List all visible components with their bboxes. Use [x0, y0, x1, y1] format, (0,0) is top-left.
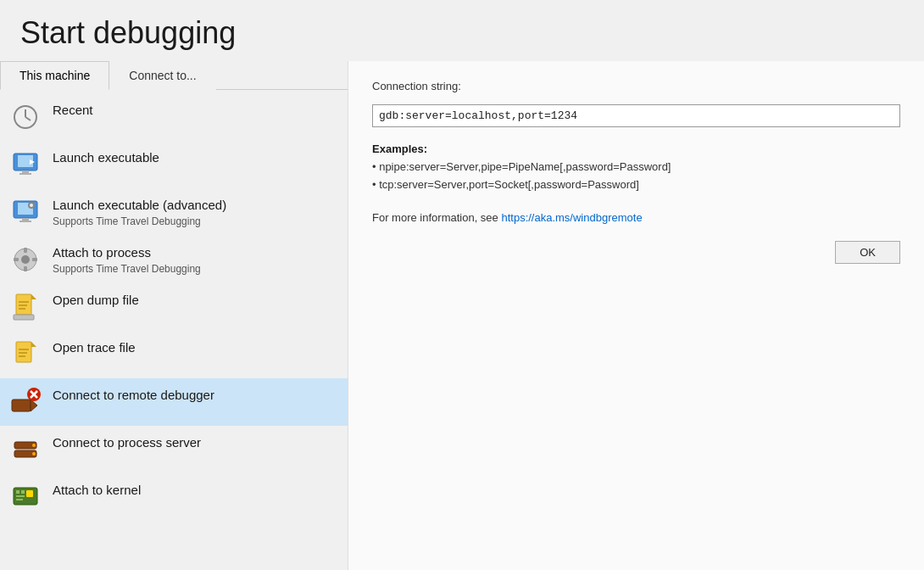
tab-bar: This machine Connect to...	[0, 61, 348, 90]
tab-this-machine[interactable]: This machine	[0, 61, 109, 90]
kernel-icon	[10, 482, 41, 512]
svg-point-13	[30, 204, 33, 207]
more-info: For more information, see https://aka.ms…	[372, 211, 900, 224]
svg-rect-24	[19, 308, 25, 310]
connection-string-label: Connection string:	[372, 80, 900, 92]
svg-point-39	[32, 452, 36, 455]
menu-item-recent[interactable]: Recent	[0, 93, 348, 141]
svg-rect-31	[12, 400, 31, 411]
monitor-gear-icon	[10, 197, 41, 227]
menu-text-launch-exe: Launch executable	[53, 149, 159, 166]
svg-rect-29	[19, 352, 27, 354]
menu-item-connect-process-server[interactable]: Connect to process server	[0, 426, 348, 473]
svg-rect-43	[26, 490, 33, 497]
remote-debugger-icon	[10, 387, 41, 417]
examples-block: Examples: • npipe:server=Server,pipe=Pip…	[372, 142, 900, 194]
svg-rect-42	[21, 490, 25, 494]
menu-label-attach-kernel: Attach to kernel	[53, 482, 141, 499]
svg-rect-18	[14, 258, 19, 261]
connection-string-input[interactable]	[372, 104, 900, 127]
dump-file-icon	[10, 292, 41, 322]
menu-text-attach-kernel: Attach to kernel	[53, 482, 141, 499]
svg-rect-44	[16, 495, 25, 497]
menu-item-attach-kernel[interactable]: Attach to kernel	[0, 473, 348, 521]
menu-label-recent: Recent	[53, 102, 93, 119]
example-line-1: • npipe:server=Server,pipe=PipeName[,pas…	[372, 159, 900, 176]
menu-sublabel-attach-process: Supports Time Travel Debugging	[53, 263, 201, 275]
svg-rect-19	[32, 258, 37, 261]
menu-item-attach-process[interactable]: Attach to process Supports Time Travel D…	[0, 236, 348, 283]
svg-rect-16	[24, 248, 27, 253]
right-panel: Connection string: Examples: • npipe:ser…	[348, 61, 924, 570]
menu-text-connect-remote: Connect to remote debugger	[53, 387, 214, 404]
svg-rect-23	[19, 305, 27, 306]
gear-icon	[10, 244, 41, 275]
svg-marker-27	[31, 342, 36, 347]
menu-label-connect-remote: Connect to remote debugger	[53, 387, 214, 404]
svg-point-15	[21, 255, 30, 264]
page-title: Start debugging	[0, 0, 924, 61]
more-info-text: For more information, see	[372, 211, 501, 224]
menu-label-attach-process: Attach to process	[53, 244, 201, 261]
svg-rect-11	[19, 221, 31, 222]
svg-line-2	[25, 117, 31, 120]
svg-rect-41	[16, 490, 19, 494]
ok-btn-row: OK	[372, 241, 900, 264]
menu-text-launch-exe-advanced: Launch executable (advanced) Supports Ti…	[53, 197, 226, 227]
svg-marker-32	[31, 400, 37, 411]
menu-text-attach-process: Attach to process Supports Time Travel D…	[53, 244, 201, 275]
svg-marker-21	[31, 294, 36, 299]
menu-label-launch-exe-advanced: Launch executable (advanced)	[53, 197, 226, 214]
menu-list: Recent Launch executable	[0, 93, 348, 570]
clock-icon	[10, 102, 41, 132]
menu-sublabel-launch-exe-advanced: Supports Time Travel Debugging	[53, 215, 226, 227]
svg-rect-22	[19, 301, 29, 303]
trace-file-icon	[10, 339, 41, 370]
menu-text-open-trace: Open trace file	[53, 339, 136, 356]
svg-rect-30	[19, 355, 25, 357]
left-panel: This machine Connect to... Recent	[0, 61, 348, 570]
menu-item-launch-exe[interactable]: Launch executable	[0, 141, 348, 188]
tab-connect-to[interactable]: Connect to...	[109, 61, 215, 90]
menu-item-open-trace[interactable]: Open trace file	[0, 331, 348, 378]
menu-label-launch-exe: Launch executable	[53, 149, 159, 166]
ok-button[interactable]: OK	[835, 241, 900, 264]
menu-item-open-dump[interactable]: Open dump file	[0, 283, 348, 331]
menu-label-connect-process-server: Connect to process server	[53, 434, 201, 451]
svg-rect-28	[19, 349, 29, 350]
menu-text-recent: Recent	[53, 102, 93, 119]
monitor-icon	[10, 149, 41, 180]
menu-text-connect-process-server: Connect to process server	[53, 434, 201, 451]
examples-title: Examples:	[372, 142, 900, 155]
menu-item-connect-remote[interactable]: Connect to remote debugger	[0, 378, 348, 426]
svg-rect-10	[22, 218, 29, 221]
menu-text-open-dump: Open dump file	[53, 292, 139, 309]
process-server-icon	[10, 434, 41, 465]
menu-item-launch-exe-advanced[interactable]: Launch executable (advanced) Supports Ti…	[0, 188, 348, 236]
main-area: This machine Connect to... Recent	[0, 61, 924, 570]
menu-label-open-trace: Open trace file	[53, 339, 136, 356]
more-info-link[interactable]: https://aka.ms/windbgremote	[501, 211, 642, 224]
svg-point-38	[32, 444, 36, 447]
menu-label-open-dump: Open dump file	[53, 292, 139, 309]
svg-rect-25	[14, 315, 34, 320]
svg-rect-17	[24, 266, 27, 271]
svg-rect-45	[16, 499, 23, 500]
svg-rect-5	[22, 170, 29, 173]
example-line-2: • tcp:server=Server,port=Socket[,passwor…	[372, 176, 900, 194]
svg-rect-6	[19, 173, 31, 175]
